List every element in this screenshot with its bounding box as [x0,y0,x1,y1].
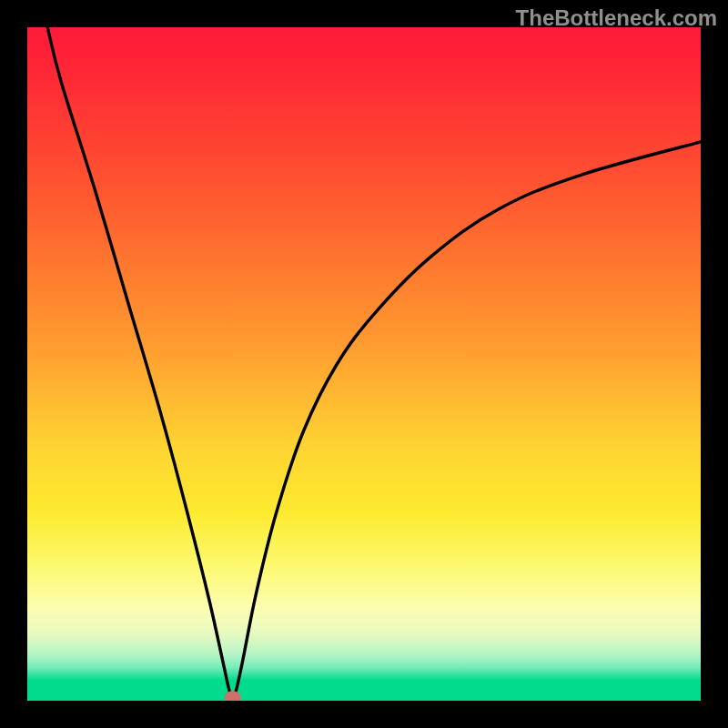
watermark-text: TheBottleneck.com [516,5,717,31]
chart-frame: TheBottleneck.com [0,0,728,728]
bottleneck-marker [225,691,241,701]
plot-area [27,27,701,701]
bottleneck-curve [27,27,701,701]
